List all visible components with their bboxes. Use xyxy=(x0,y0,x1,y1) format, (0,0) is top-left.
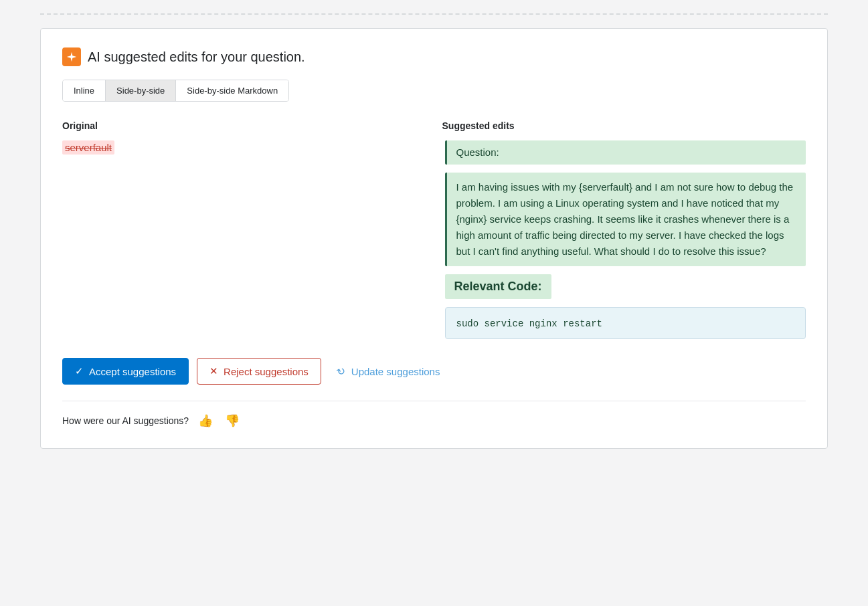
accept-label: Accept suggestions xyxy=(89,366,176,377)
thumbs-up-button[interactable]: 👍 xyxy=(195,412,215,429)
code-snippet: sudo service nginx restart xyxy=(456,318,602,329)
question-body: I am having issues with my {serverfault}… xyxy=(456,181,794,257)
action-buttons: ✓ Accept suggestions ✕ Reject suggestion… xyxy=(62,358,806,385)
accept-button[interactable]: ✓ Accept suggestions xyxy=(62,358,189,385)
diff-area: Original serverfault Suggested edits Que… xyxy=(62,120,806,339)
code-heading: Relevant Code: xyxy=(445,274,551,299)
page-title: AI suggested edits for your question. xyxy=(88,49,305,65)
deleted-text: serverfault xyxy=(62,140,114,155)
update-button[interactable]: ↻ Update suggestions xyxy=(329,359,448,384)
view-tabs: Inline Side-by-side Side-by-side Markdow… xyxy=(62,80,289,102)
feedback-label: How were our AI suggestions? xyxy=(62,415,189,426)
suggested-content: Question: I am having issues with my {se… xyxy=(442,140,806,339)
tab-side-by-side[interactable]: Side-by-side xyxy=(106,80,176,101)
code-block: sudo service nginx restart xyxy=(445,307,806,339)
thumbs-up-icon: 👍 xyxy=(198,414,213,427)
original-column: Original serverfault xyxy=(62,120,426,339)
tab-side-by-side-markdown[interactable]: Side-by-side Markdown xyxy=(176,80,288,101)
ai-icon xyxy=(62,47,81,66)
reject-label: Reject suggestions xyxy=(224,366,309,377)
question-label: Question: xyxy=(456,146,499,158)
thumbs-down-button[interactable]: 👎 xyxy=(222,412,242,429)
close-icon: ✕ xyxy=(209,365,218,377)
reject-button[interactable]: ✕ Reject suggestions xyxy=(197,358,321,385)
code-heading-wrapper: Relevant Code: xyxy=(445,274,806,299)
question-body-block: I am having issues with my {serverfault}… xyxy=(445,173,806,266)
refresh-icon: ↻ xyxy=(335,364,348,379)
checkmark-icon: ✓ xyxy=(75,365,84,377)
feedback-row: How were our AI suggestions? 👍 👎 xyxy=(62,401,806,429)
question-label-block: Question: xyxy=(445,140,806,165)
original-label: Original xyxy=(62,120,426,131)
tab-inline[interactable]: Inline xyxy=(63,80,106,101)
update-label: Update suggestions xyxy=(351,366,440,377)
ai-suggestion-header: AI suggested edits for your question. xyxy=(62,47,806,66)
suggested-column: Suggested edits Question: I am having is… xyxy=(442,120,806,339)
thumbs-down-icon: 👎 xyxy=(225,414,240,427)
suggested-label: Suggested edits xyxy=(442,120,806,131)
